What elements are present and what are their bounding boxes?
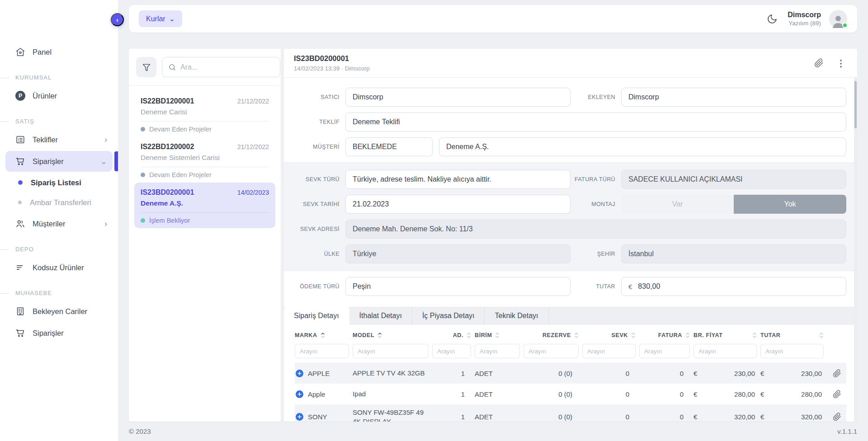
filter-birim-input[interactable] [475, 344, 520, 358]
sort-icon [819, 332, 824, 339]
dark-mode-toggle[interactable] [765, 12, 779, 26]
column-header-tutar[interactable]: TUTAR [760, 332, 824, 339]
filter-tutar-input[interactable] [760, 344, 824, 358]
odeme-turu-input[interactable] [345, 277, 571, 296]
order-list-item-selected[interactable]: IS23BD0200001 14/02/2023 Deneme A.Ş. İşl… [134, 183, 275, 228]
expand-row-button[interactable] [296, 390, 303, 398]
order-customer: Deneme Carisi [141, 108, 269, 116]
attachments-button[interactable] [812, 56, 826, 70]
tab-siparis-detayi[interactable]: Sipariş Detayı [284, 307, 349, 325]
cell-ad: 1 [432, 370, 471, 377]
tab-ic-piyasa-detayi[interactable]: İç Piyasa Detayı [412, 307, 485, 325]
user-info[interactable]: Dimscorp Yazılım (89) [788, 11, 821, 27]
sevk-turu-input[interactable] [345, 170, 571, 189]
sidebar-item-panel[interactable]: Panel [5, 42, 113, 62]
column-header-sevk[interactable]: SEVK [582, 332, 636, 339]
status-dot [141, 218, 145, 223]
musteri-status-input[interactable] [345, 137, 433, 156]
cell-tutar: 230,00 [801, 370, 822, 377]
detail-scrollbar[interactable] [854, 77, 857, 422]
main-area: Kurlar ⌄ Dimscorp Yazılım (89) [118, 0, 868, 441]
ekleyen-input[interactable] [621, 88, 846, 107]
users-icon [15, 219, 25, 229]
cart-icon [15, 156, 25, 166]
topbar: Kurlar ⌄ Dimscorp Yazılım (89) [129, 5, 857, 33]
sidebar-item-urunler[interactable]: P Ürünler [5, 85, 113, 106]
cell-birim: ADET [475, 370, 520, 377]
cell-rezerve: 0 (0) [524, 413, 579, 421]
sidebar-item-siparisler-muhasebe[interactable]: Siparişler [5, 323, 113, 343]
row-attachment-button[interactable] [827, 413, 846, 421]
filter-ad-input[interactable] [432, 344, 471, 358]
teklif-input[interactable] [345, 113, 846, 131]
sidebar-subitem-ambar-transferleri[interactable]: Ambar Transferleri [5, 192, 113, 212]
order-list-item[interactable]: IS22BD1200002 21/12/2022 Deneme Sistemle… [134, 137, 275, 183]
avatar[interactable] [829, 10, 847, 28]
column-header-ad[interactable]: AD. [432, 332, 471, 339]
sidebar-item-musteriler[interactable]: Müşteriler › [5, 213, 113, 234]
filter-br-fiyat-input[interactable] [693, 344, 757, 358]
cell-fatura: 0 [639, 370, 690, 377]
column-header-fatura[interactable]: FATURA [639, 332, 690, 339]
table-row: APPLE APPLE TV TV 4K 32GB 1 ADET 0 (0) 0… [295, 363, 846, 384]
order-code: IS22BD1200002 [141, 143, 194, 151]
more-options-button[interactable]: ⋮ [835, 57, 847, 70]
tab-teknik-detayi[interactable]: Teknik Detayı [485, 307, 548, 325]
field-label: MÜŞTERİ [295, 144, 345, 150]
column-header-marka[interactable]: MARKA [295, 332, 349, 339]
filter-fatura-input[interactable] [639, 344, 690, 358]
satici-input[interactable] [345, 88, 571, 107]
sidebar-item-kodsuz-urunler[interactable]: Kodsuz Ürünler [5, 257, 113, 278]
expand-row-button[interactable] [296, 370, 303, 377]
cell-br-fiyat: 230,00 [734, 370, 755, 377]
sidebar-section-satis: SATIŞ [0, 118, 118, 125]
table-row: SONY SONY FW-49BZ35F 49 4K DISPLAY 1 ADE… [295, 404, 846, 422]
sidebar-item-teklifler[interactable]: Teklifler › [5, 129, 113, 150]
order-list-item[interactable]: IS22BD1200001 21/12/2022 Deneme Carisi D… [134, 91, 275, 137]
column-header-rezerve[interactable]: REZERVE [524, 332, 579, 339]
order-code: IS22BD1200001 [141, 97, 194, 105]
cart-icon [15, 328, 25, 338]
tutar-input[interactable] [638, 282, 839, 291]
cell-sevk: 0 [582, 370, 636, 377]
cell-marka: APPLE [308, 370, 330, 377]
montaj-yok-option[interactable]: Yok [734, 195, 846, 214]
building-icon [15, 306, 25, 316]
montaj-var-option[interactable]: Var [621, 195, 734, 214]
sidebar-item-label: Kodsuz Ürünler [33, 263, 107, 272]
bullet-icon [18, 201, 22, 204]
copyright: © 2023 [129, 427, 151, 435]
sidebar-subitem-siparis-listesi[interactable]: Sipariş Listesi [5, 173, 113, 192]
expand-row-button[interactable] [296, 413, 303, 421]
cell-model: SONY FW-49BZ35F 49 4K DISPLAY [353, 408, 429, 422]
musteri-input[interactable] [439, 137, 846, 156]
field-label: SEVK ADRESİ [295, 226, 345, 232]
search-input[interactable] [180, 63, 274, 71]
sidebar-item-siparisler[interactable]: Siparişler ⌄ [5, 151, 113, 172]
sidebar-item-bekleyen-cariler[interactable]: Bekleyen Cariler [5, 301, 113, 322]
filter-model-input[interactable] [353, 344, 429, 358]
home-icon [15, 47, 25, 57]
filter-marka-input[interactable] [295, 344, 349, 358]
filter-button[interactable] [136, 57, 156, 77]
sort-icon [495, 332, 500, 339]
row-attachment-button[interactable] [827, 390, 846, 399]
currency-rates-label: Kurlar [146, 15, 165, 23]
column-header-model[interactable]: MODEL [353, 332, 429, 339]
tab-ithalat-detayi[interactable]: İthalat Detayı [349, 307, 412, 325]
row-attachment-button[interactable] [827, 369, 846, 378]
sidebar-section-kurumsal: KURUMSAL [0, 74, 118, 81]
scrollbar-thumb[interactable] [854, 81, 857, 128]
order-title: IS23BD0200001 [294, 54, 370, 63]
filter-rezerve-input[interactable] [524, 344, 579, 358]
sidebar-collapse-button[interactable]: ‹ [111, 13, 124, 26]
order-date: 21/12/2022 [237, 98, 269, 105]
sevk-tarihi-input[interactable] [345, 195, 571, 214]
sidebar-item-label: Bekleyen Cariler [33, 307, 107, 316]
currency-rates-button[interactable]: Kurlar ⌄ [139, 10, 182, 27]
cell-fatura: 0 [639, 390, 690, 398]
column-header-br-fiyat[interactable]: BR. FİYAT [693, 332, 757, 339]
filter-sevk-input[interactable] [582, 344, 636, 358]
cell-br-fiyat: 280,00 [734, 390, 755, 398]
column-header-birim[interactable]: BİRİM [475, 332, 520, 339]
